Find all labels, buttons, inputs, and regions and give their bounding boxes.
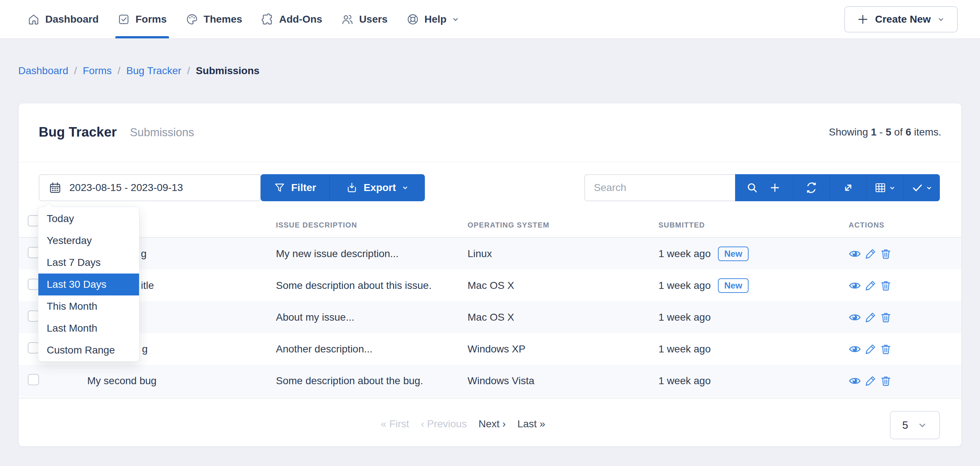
chevron-down-icon — [452, 16, 459, 23]
showing-total: 6 — [905, 126, 912, 138]
add-entry-button[interactable] — [757, 174, 793, 201]
breadcrumb: Dashboard / Forms / Bug Tracker / Submis… — [18, 65, 259, 77]
palette-icon — [186, 13, 198, 26]
edit-icon[interactable] — [865, 311, 877, 323]
table-row: g My new issue description... Linux 1 we… — [19, 238, 961, 270]
showing-of: of — [894, 126, 903, 138]
cell-submitted: 1 week ago New — [659, 246, 749, 261]
view-icon[interactable] — [849, 375, 861, 387]
bulk-select-button[interactable] — [903, 174, 940, 201]
home-icon — [27, 13, 40, 26]
breadcrumb-link-forms[interactable]: Forms — [83, 65, 112, 77]
cell-submitted: 1 week ago — [659, 375, 711, 387]
col-header-actions: ACTIONS — [849, 221, 885, 229]
export-label: Export — [364, 182, 396, 193]
pagination-next[interactable]: Next › — [479, 418, 506, 430]
nav-item-help[interactable]: Help — [407, 0, 460, 38]
showing-dash: - — [879, 126, 883, 138]
menu-item-yesterday[interactable]: Yesterday — [38, 230, 139, 252]
view-icon[interactable] — [849, 343, 861, 355]
row-actions — [849, 247, 892, 260]
columns-button[interactable] — [867, 174, 904, 201]
edit-icon[interactable] — [865, 248, 877, 260]
per-page-select[interactable]: 5 — [890, 411, 940, 439]
refresh-button[interactable] — [793, 174, 830, 201]
nav-item-users[interactable]: Users — [341, 0, 388, 38]
showing-summary: Showing 1 - 5 of 6 items. — [829, 126, 941, 138]
submitted-time: 1 week ago — [659, 343, 711, 355]
breadcrumb-separator: / — [187, 65, 190, 77]
cell-issue-description: Some description about this issue. — [276, 280, 431, 291]
cell-issue-description: My new issue description... — [276, 248, 399, 260]
cell-operating-system: Mac OS X — [468, 311, 514, 323]
plus-icon — [769, 182, 781, 193]
row-checkbox[interactable] — [28, 342, 39, 354]
showing-from: 1 — [871, 126, 877, 138]
pagination-last[interactable]: Last » — [517, 418, 545, 430]
submitted-time: 1 week ago — [659, 311, 711, 323]
breadcrumb-current: Submissions — [196, 65, 259, 77]
life-ring-icon — [407, 13, 419, 26]
chevron-down-icon — [889, 185, 895, 191]
menu-item-last-month[interactable]: Last Month — [38, 318, 139, 339]
row-checkbox[interactable] — [28, 279, 39, 290]
breadcrumb-link-bug-tracker[interactable]: Bug Tracker — [126, 65, 181, 77]
col-header-submitted[interactable]: SUBMITTED — [659, 221, 705, 229]
menu-item-last-30-days[interactable]: Last 30 Days — [38, 273, 139, 295]
table-header-row: ISSUE DESCRIPTION OPERATING SYSTEM SUBMI… — [19, 205, 961, 238]
row-checkbox[interactable] — [28, 247, 39, 258]
cell-operating-system: Mac OS X — [468, 280, 514, 291]
pagination-first: « First — [381, 418, 409, 430]
view-icon[interactable] — [849, 279, 861, 292]
fullscreen-button[interactable] — [830, 174, 867, 201]
date-range-field[interactable]: 2023-08-15 - 2023-09-13 — [39, 174, 261, 201]
status-badge: New — [718, 246, 748, 261]
funnel-icon — [274, 182, 285, 193]
menu-item-last-7-days[interactable]: Last 7 Days — [38, 252, 139, 273]
nav-item-dashboard[interactable]: Dashboard — [27, 0, 99, 38]
delete-icon[interactable] — [880, 343, 892, 355]
row-checkbox[interactable] — [28, 374, 39, 385]
nav-item-addons[interactable]: Add-Ons — [261, 0, 322, 38]
chevron-down-icon — [937, 16, 945, 23]
cell-issue-description: Some description about the bug. — [276, 375, 423, 387]
breadcrumb-link-dashboard[interactable]: Dashboard — [18, 65, 68, 77]
search-input[interactable] — [584, 174, 735, 201]
nav-label: Dashboard — [45, 13, 99, 25]
nav-item-forms[interactable]: Forms — [118, 0, 167, 38]
chevron-down-icon — [926, 185, 932, 191]
nav-item-themes[interactable]: Themes — [186, 0, 242, 38]
delete-icon[interactable] — [880, 280, 892, 291]
submitted-time: 1 week ago — [659, 248, 711, 260]
create-new-button[interactable]: Create New — [844, 6, 958, 32]
delete-icon[interactable] — [880, 311, 892, 323]
card-header: Bug Tracker Submissions Showing 1 - 5 of… — [19, 103, 961, 162]
filter-label: Filter — [291, 182, 316, 193]
nav-items: Dashboard Forms Themes Add-Ons Users Hel… — [0, 0, 459, 38]
view-icon[interactable] — [849, 311, 861, 324]
cell-operating-system: Windows Vista — [468, 375, 535, 387]
col-header-operating-system[interactable]: OPERATING SYSTEM — [468, 221, 549, 229]
edit-icon[interactable] — [865, 343, 877, 355]
edit-icon[interactable] — [865, 280, 877, 291]
table-grid-icon — [875, 182, 886, 193]
cell-submitted: 1 week ago — [659, 343, 711, 355]
view-icon[interactable] — [849, 247, 861, 260]
row-checkbox[interactable] — [28, 310, 39, 322]
delete-icon[interactable] — [880, 248, 892, 260]
col-header-issue-description[interactable]: ISSUE DESCRIPTION — [276, 221, 357, 229]
delete-icon[interactable] — [880, 375, 892, 387]
check-icon — [912, 182, 923, 193]
menu-item-custom-range[interactable]: Custom Range — [38, 339, 139, 361]
edit-icon[interactable] — [865, 375, 877, 387]
menu-item-this-month[interactable]: This Month — [38, 295, 139, 318]
date-range-menu: Today Yesterday Last 7 Days Last 30 Days… — [38, 207, 139, 362]
nav-label: Themes — [204, 13, 242, 25]
export-button[interactable]: Export — [329, 174, 425, 201]
create-new-label: Create New — [875, 13, 931, 25]
menu-item-today[interactable]: Today — [38, 208, 139, 230]
breadcrumb-separator: / — [74, 65, 77, 77]
filter-button[interactable]: Filter — [261, 174, 329, 201]
table-footer: « First ‹ Previous Next › Last » 5 — [19, 398, 961, 447]
select-all-checkbox[interactable] — [28, 215, 39, 227]
